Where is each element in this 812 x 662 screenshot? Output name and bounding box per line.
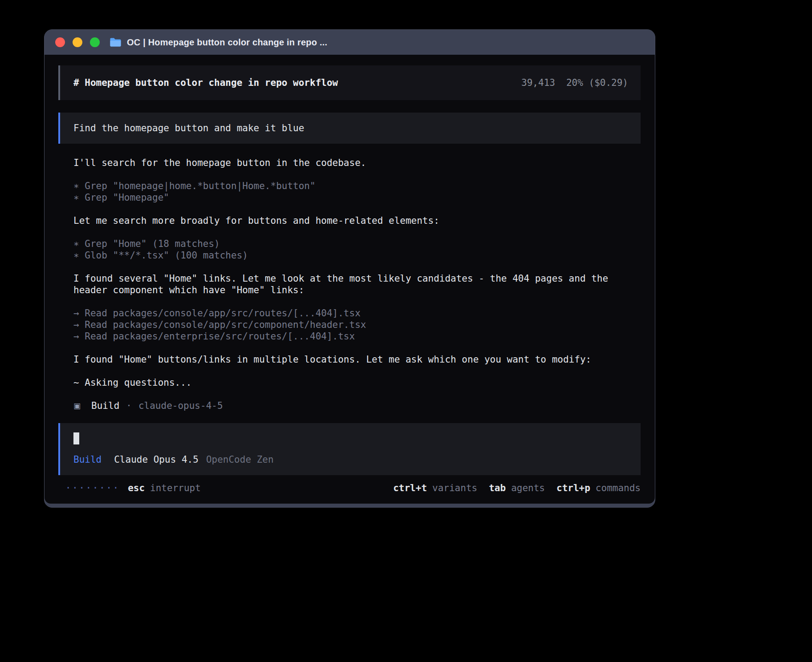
user-message: Find the homepage button and make it blu… [58, 113, 641, 144]
token-count: 39,413 [521, 77, 555, 89]
shortcut-key: ctrl+t [393, 482, 427, 494]
shortcut-commands: ctrl+p commands [556, 482, 641, 494]
footer-right: ctrl+t variants tab agents ctrl+p comman… [382, 482, 641, 494]
tool-call-read: → Read packages/console/app/src/componen… [73, 319, 641, 331]
tool-call-grep: ∗ Grep "homepage|home.*button|Home.*butt… [73, 180, 641, 192]
prompt-input[interactable]: Build Claude Opus 4.5 OpenCode Zen [58, 423, 641, 475]
status-message: ~ Asking questions... [73, 377, 635, 388]
tool-call-glob: ∗ Glob "**/*.tsx" (100 matches) [73, 250, 641, 261]
tool-call-grep: ∗ Grep "Homepage" [73, 192, 641, 203]
conversation: I'll search for the homepage button in t… [58, 144, 641, 412]
user-message-text: Find the homepage button and make it blu… [73, 123, 304, 133]
assistant-message: Let me search more broadly for buttons a… [73, 215, 635, 226]
model-row: Build Claude Opus 4.5 OpenCode Zen [73, 454, 628, 465]
session-title: # Homepage button color change in repo w… [73, 77, 338, 89]
agent-model: claude-opus-4-5 [138, 400, 223, 412]
folder-icon [110, 37, 122, 47]
text-cursor [73, 432, 79, 444]
shortcut-variants: ctrl+t variants [393, 482, 477, 494]
agent-name: Build [91, 400, 119, 412]
agent-separator: · [126, 400, 132, 412]
esc-key-label: interrupt [150, 482, 201, 494]
agent-square-icon: ▣ [73, 400, 81, 412]
assistant-message: I found several "Home" links. Let me loo… [73, 273, 635, 296]
close-button[interactable] [55, 37, 65, 47]
model-provider: OpenCode Zen [206, 454, 274, 465]
session-stats: 39,413 20% ($0.29) [521, 77, 628, 89]
agent-mode-label: Build [73, 454, 102, 465]
footer-left: ········ esc interrupt [66, 482, 201, 494]
assistant-message: I found "Home" buttons/links in multiple… [73, 354, 635, 365]
assistant-message: I'll search for the homepage button in t… [73, 157, 635, 169]
zoom-button[interactable] [90, 37, 100, 47]
traffic-lights [55, 37, 100, 47]
tool-call-grep: ∗ Grep "Home" (18 matches) [73, 238, 641, 250]
shortcut-key: ctrl+p [556, 482, 590, 494]
titlebar[interactable]: OC | Homepage button color change in rep… [45, 30, 655, 55]
context-cost: 20% ($0.29) [566, 77, 628, 89]
model-name: Claude Opus 4.5 [114, 454, 199, 465]
shortcut-label: agents [511, 482, 545, 494]
agent-status-row: ▣ Build · claude-opus-4-5 [73, 400, 641, 412]
shortcut-agents: tab agents [489, 482, 545, 494]
status-footer: ········ esc interrupt ctrl+t variants t… [58, 482, 641, 494]
tool-call-read: → Read packages/enterprise/src/routes/[.… [73, 331, 641, 342]
shortcut-key: tab [489, 482, 506, 494]
shortcut-label: variants [432, 482, 477, 494]
tool-call-read: → Read packages/console/app/src/routes/[… [73, 307, 641, 319]
progress-dots-icon: ········ [66, 482, 121, 494]
shortcut-label: commands [596, 482, 641, 494]
terminal-window: OC | Homepage button color change in rep… [44, 29, 655, 508]
minimize-button[interactable] [73, 37, 82, 47]
window-title: OC | Homepage button color change in rep… [127, 37, 327, 48]
esc-key-hint: esc [128, 482, 145, 494]
session-header: # Homepage button color change in repo w… [58, 65, 641, 100]
terminal-content: # Homepage button color change in repo w… [45, 55, 655, 504]
